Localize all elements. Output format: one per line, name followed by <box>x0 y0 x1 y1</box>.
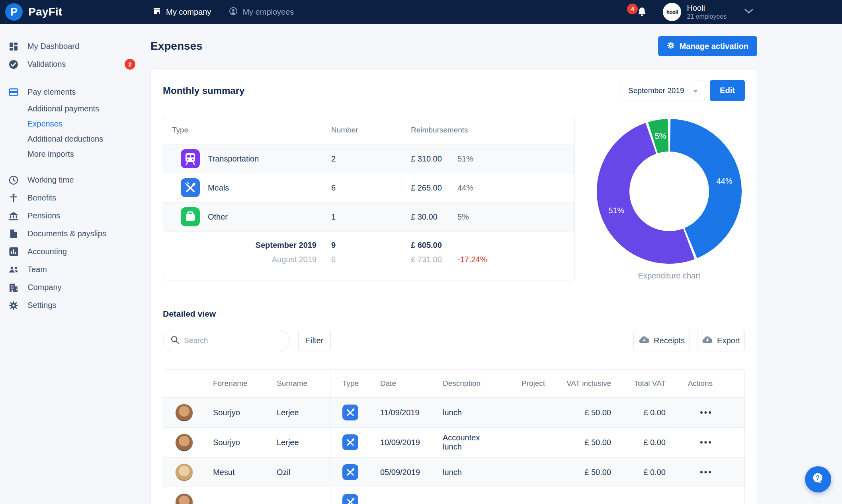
sidebar-item-label: Pensions <box>27 211 60 220</box>
org-avatar[interactable]: hooli <box>663 3 681 21</box>
person-arms-icon <box>8 193 19 203</box>
cell-total-vat: £ 0.00 <box>618 468 673 477</box>
train-icon <box>181 149 200 168</box>
sidebar-item-more-imports[interactable]: More imports <box>0 146 147 162</box>
col-project: Project <box>494 379 552 388</box>
org-name: Hooli <box>687 3 727 13</box>
team-icon <box>8 266 19 274</box>
cloud-download-icon <box>639 336 649 346</box>
donut-label: 51% <box>608 206 624 215</box>
help-button[interactable]: ? <box>805 466 831 492</box>
export-button[interactable]: Export <box>697 330 745 351</box>
chevron-down-icon[interactable] <box>744 8 754 16</box>
col-description: Description <box>431 379 494 388</box>
monthly-summary-table: Type Number Reimbursements Transportatio… <box>163 116 575 280</box>
tab-my-company-label: My company <box>166 8 211 17</box>
col-actions: Actions <box>673 379 744 388</box>
sidebar-item-pensions[interactable]: Pensions <box>0 207 147 225</box>
manage-activation-button[interactable]: Manage activation <box>658 36 757 56</box>
building-icon <box>8 283 19 292</box>
cell-vat: £ 50.00 <box>552 438 618 447</box>
cloud-download-icon <box>702 336 712 346</box>
receipts-button-label: Receipts <box>654 336 685 345</box>
row-actions-menu[interactable]: ••• <box>700 407 713 417</box>
col-total-vat: Total VAT <box>618 379 673 388</box>
sidebar-item-dashboard[interactable]: My Dashboard <box>0 37 147 55</box>
table-row[interactable]: Sourjyo Lerjee 10/09/2019 Accountex lunc… <box>163 427 744 457</box>
search-input[interactable] <box>184 336 275 345</box>
cell-description: Accountex lunch <box>431 433 494 451</box>
row-number: 2 <box>331 154 411 163</box>
table-row[interactable]: Sourjyo Lerjee 11/09/2019 lunch £ 50.00 … <box>163 397 744 427</box>
col-vat-inclusive: VAT inclusive <box>552 379 618 388</box>
cell-date: 11/09/2019 <box>368 408 431 417</box>
table-row[interactable] <box>163 487 744 504</box>
type-label: Meals <box>208 183 229 193</box>
gear-icon <box>8 301 19 310</box>
sidebar-item-benefits[interactable]: Benefits <box>0 189 147 207</box>
sidebar-item-validations[interactable]: Validations 2 <box>0 55 147 73</box>
check-circle-icon <box>8 60 19 69</box>
sidebar-item-label: Accounting <box>27 247 67 256</box>
receipts-button[interactable]: Receipts <box>633 330 690 351</box>
sidebar-item-pay-elements[interactable]: Pay elements <box>0 83 147 101</box>
clock-icon <box>8 175 19 185</box>
summary-table-header: Type Number Reimbursements <box>163 116 574 144</box>
summary-row-other[interactable]: Other 1 £ 30.00 5% <box>163 202 574 231</box>
notifications-bell[interactable]: 4 <box>637 6 648 18</box>
filter-button[interactable]: Filter <box>298 330 331 351</box>
storefront-icon <box>152 6 162 18</box>
cell-forename: Sourjyo <box>201 408 268 417</box>
notification-badge: 4 <box>627 4 638 14</box>
sidebar-item-company[interactable]: Company <box>0 278 147 296</box>
period-select[interactable]: September 2019 <box>621 80 705 101</box>
totals-number: 6 <box>331 255 411 264</box>
totals-amount: £ 731.00 <box>411 255 457 264</box>
row-percent: 51% <box>457 154 574 163</box>
sidebar-item-settings[interactable]: Settings <box>0 296 147 314</box>
sidebar-item-accounting[interactable]: Accounting <box>0 243 147 261</box>
summary-row-transportation[interactable]: Transportation 2 £ 310.00 51% <box>163 144 574 173</box>
sidebar-item-label: Settings <box>27 301 56 310</box>
tab-my-company[interactable]: My company <box>152 6 211 18</box>
tab-my-employees[interactable]: My employees <box>229 6 294 18</box>
totals-delta: -17.24% <box>457 255 574 264</box>
filter-button-label: Filter <box>306 336 323 345</box>
row-amount: £ 310.00 <box>411 154 457 163</box>
tab-my-employees-label: My employees <box>242 8 294 17</box>
sidebar-item-label: Validations <box>27 60 66 69</box>
org-employee-count: 21 employees <box>687 13 727 20</box>
topbar-right: 4 hooli Hooli 21 employees <box>637 3 754 21</box>
table-row[interactable]: Mesut Ozil 05/09/2019 lunch £ 50.00 £ 0.… <box>163 457 744 487</box>
sidebar: My Dashboard Validations 2 Pay elements … <box>0 24 147 314</box>
row-actions-menu[interactable]: ••• <box>700 467 713 477</box>
bar-chart-icon <box>8 247 19 256</box>
cell-total-vat: £ 0.00 <box>618 438 673 447</box>
sidebar-item-working-time[interactable]: Working time <box>0 171 147 189</box>
sidebar-item-label: Company <box>27 283 62 292</box>
employee-avatar <box>175 434 193 451</box>
totals-amount: £ 605.00 <box>411 241 457 250</box>
payfit-logo-icon[interactable]: P <box>5 3 23 21</box>
gear-icon <box>667 41 675 51</box>
main-content: Expenses Manage activation Monthly summa… <box>147 24 842 504</box>
help-icon: ? <box>811 472 825 487</box>
search-icon <box>170 335 179 346</box>
topbar-nav: My company My employees <box>152 6 294 18</box>
sidebar-item-team[interactable]: Team <box>0 261 147 278</box>
donut-label: 44% <box>716 177 732 185</box>
meals-icon <box>181 178 200 197</box>
donut-label: 5% <box>654 132 666 140</box>
cell-surname: Lerjee <box>268 408 330 417</box>
sidebar-item-additional-deductions[interactable]: Additional deductions <box>0 131 147 146</box>
type-label: Other <box>208 212 228 222</box>
edit-button[interactable]: Edit <box>710 80 745 101</box>
col-type: Type <box>163 126 331 134</box>
row-actions-menu[interactable]: ••• <box>700 437 713 447</box>
edit-button-label: Edit <box>720 86 735 95</box>
summary-row-meals[interactable]: Meals 6 £ 265.00 44% <box>163 173 574 202</box>
sidebar-item-expenses[interactable]: Expenses <box>0 116 147 131</box>
sidebar-item-documents[interactable]: Documents & payslips <box>0 225 147 243</box>
sidebar-item-additional-payments[interactable]: Additional payments <box>0 101 147 116</box>
cell-surname: Ozil <box>268 468 330 477</box>
